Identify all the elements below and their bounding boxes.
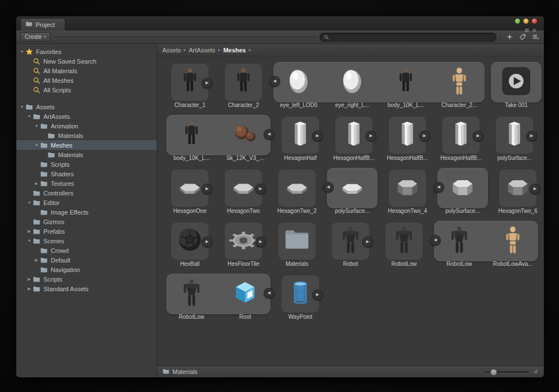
sidebar-item-animation[interactable]: ▼Animation: [16, 121, 157, 131]
asset-sk-12k-v3[interactable]: Sk_12K_V3_...: [222, 117, 268, 161]
disclosure-closed-icon[interactable]: ▶: [26, 229, 33, 234]
sidebar-item-prefabs[interactable]: ▶Prefabs: [16, 226, 157, 236]
asset-hexfloortile[interactable]: ▶HexFloorTile: [220, 222, 267, 267]
asset-hexball[interactable]: ▶HexBall: [167, 222, 213, 267]
asset-hexagontwo-6[interactable]: ▶HexagonTwo_6: [495, 170, 541, 214]
window-dot-yellow[interactable]: [523, 19, 529, 24]
search-field[interactable]: [320, 33, 496, 42]
asset-polysurface[interactable]: polySurface...: [329, 170, 375, 214]
sidebar-item-artassets[interactable]: ▼ArtAssets: [16, 112, 157, 121]
disclosure-closed-icon[interactable]: ▶: [26, 277, 33, 282]
disclosure-closed-icon[interactable]: ▶: [33, 258, 40, 262]
disclosure-open-icon[interactable]: ▼: [19, 50, 25, 54]
tab-project[interactable]: Project: [20, 18, 65, 30]
expand-arrow-button[interactable]: ▶: [526, 131, 537, 141]
expand-arrow-button[interactable]: ▶: [255, 184, 266, 194]
asset-hexagontwo-2[interactable]: HexagonTwo_2: [274, 170, 320, 214]
asset-character-2[interactable]: Character_2...: [436, 64, 482, 108]
disclosure-open-icon[interactable]: ▼: [26, 201, 33, 204]
disclosure-open-icon[interactable]: ▼: [26, 114, 33, 118]
asset-robotlow[interactable]: RobotLow: [381, 222, 427, 267]
sidebar-item-editor[interactable]: ▼Editor: [16, 198, 157, 207]
expand-arrow-button[interactable]: ▶: [202, 237, 212, 247]
disclosure-closed-icon[interactable]: ▶: [26, 287, 33, 291]
sidebar-item-standard-assets[interactable]: ▶Standard Assets: [16, 284, 157, 293]
asset-body-10k-l[interactable]: body_10K_L...: [383, 64, 429, 108]
sidebar-item-materials[interactable]: Materials: [16, 150, 157, 159]
expand-arrow-button[interactable]: ▶: [202, 184, 212, 194]
resize-grip-icon[interactable]: [533, 368, 539, 376]
asset-take-001[interactable]: Take 001: [493, 64, 539, 108]
asset-hexagonhalfb[interactable]: ▶HexagonHalfB...: [384, 117, 431, 161]
expand-arrow-button[interactable]: ▶: [312, 289, 323, 300]
asset-hexagontwo[interactable]: ▶HexagonTwo: [220, 170, 267, 214]
sidebar-item-navigation[interactable]: Navigation: [16, 265, 157, 274]
breadcrumb-meshes[interactable]: Meshes: [223, 47, 246, 54]
expand-arrow-button[interactable]: ▶: [530, 184, 540, 194]
window-dot-green[interactable]: [515, 19, 520, 24]
asset-eye-right-l[interactable]: eye_right_L...: [329, 64, 375, 108]
sidebar-item-crowd[interactable]: Crowd: [16, 246, 157, 255]
collapse-arrow-button[interactable]: ◀: [264, 288, 274, 299]
sidebar-item-meshes[interactable]: ▼Meshes: [16, 140, 157, 150]
expand-arrow-button[interactable]: ▶: [366, 131, 376, 141]
asset-hexagonone[interactable]: ▶HexagonOne: [167, 170, 213, 214]
asset-hexagonhalfb[interactable]: ▶HexagonHalfB...: [331, 117, 377, 161]
asset-hexagontwo-4[interactable]: HexagonTwo_4: [384, 170, 431, 214]
collapse-arrow-button[interactable]: ◀: [433, 182, 444, 193]
expand-arrow-button[interactable]: ▶: [312, 131, 323, 141]
collapse-arrow-button[interactable]: ◀: [269, 76, 280, 87]
sidebar-item-gizmos[interactable]: Gizmos: [16, 217, 157, 226]
asset-robot[interactable]: ▶Robot: [327, 222, 374, 267]
sidebar-item-default[interactable]: ▶Default: [16, 255, 157, 265]
disclosure-open-icon[interactable]: ▼: [33, 143, 40, 147]
sidebar-item-all-scripts[interactable]: All Scripts: [16, 85, 157, 95]
collapse-arrow-button[interactable]: ◀: [264, 129, 274, 140]
sidebar-item-all-meshes[interactable]: All Meshes: [16, 75, 157, 85]
breadcrumb-assets[interactable]: Assets: [162, 47, 181, 54]
sidebar-item-new-saved-search[interactable]: New Saved Search: [16, 56, 157, 66]
expand-arrow-button[interactable]: ▶: [202, 78, 212, 88]
sidebar-item-shaders[interactable]: Shaders: [16, 169, 157, 179]
asset-hexagonhalfb[interactable]: ▶HexagonHalfB...: [438, 117, 484, 161]
asset-eye-left-lod0[interactable]: eye_left_LOD0: [276, 64, 322, 108]
asset-character-2[interactable]: Character_2: [220, 64, 267, 108]
asset-materials[interactable]: Materials: [274, 222, 320, 267]
asset-polysurface[interactable]: ▶polySurface...: [491, 117, 538, 161]
thumbnail-zoom-slider[interactable]: [485, 371, 529, 373]
sidebar-item-scenes[interactable]: ▼Scenes: [16, 236, 157, 246]
disclosure-open-icon[interactable]: ▼: [33, 124, 40, 128]
sidebar-item-controllers[interactable]: Controllers: [16, 188, 157, 198]
asset-hexagonhalf[interactable]: ▶HexagonHalf: [277, 117, 323, 161]
asset-polysurface[interactable]: polySurface...: [440, 170, 486, 214]
search-input[interactable]: [331, 34, 493, 40]
disclosure-open-icon[interactable]: ▼: [26, 239, 33, 243]
asset-root[interactable]: Root: [222, 275, 268, 320]
disclosure-open-icon[interactable]: ▼: [19, 105, 25, 109]
list-view-icon[interactable]: [532, 25, 536, 35]
sidebar-item-textures[interactable]: ▶Textures: [16, 179, 157, 188]
expand-arrow-button[interactable]: ▶: [473, 131, 483, 141]
sidebar-item-assets[interactable]: ▼Assets: [16, 102, 157, 112]
collapse-arrow-button[interactable]: ◀: [323, 182, 334, 193]
asset-robotlow[interactable]: RobotLow: [168, 275, 215, 320]
collapse-arrow-button[interactable]: ◀: [430, 235, 441, 246]
expand-arrow-button[interactable]: ▶: [419, 131, 430, 141]
expand-arrow-button[interactable]: ▶: [255, 237, 266, 247]
asset-character-1[interactable]: ▶Character_1: [167, 64, 213, 108]
disclosure-closed-icon[interactable]: ▶: [33, 181, 40, 186]
sidebar-item-materials[interactable]: Materials: [16, 131, 157, 140]
sidebar-item-favorites[interactable]: ▼Favorites: [16, 47, 157, 56]
asset-waypoint[interactable]: ▶WayPoint: [277, 275, 323, 320]
asset-robotlow[interactable]: RobotLow: [436, 222, 482, 267]
sidebar-item-scripts[interactable]: ▶Scripts: [16, 274, 157, 284]
grid-view-icon[interactable]: [525, 25, 529, 35]
sidebar-item-all-materials[interactable]: All Materials: [16, 66, 157, 75]
sidebar-item-scripts[interactable]: Scripts: [16, 159, 157, 169]
asset-robotlowava[interactable]: RobotLowAva...: [490, 222, 536, 267]
create-button[interactable]: Create ▾: [20, 32, 51, 42]
slider-thumb[interactable]: [490, 369, 497, 376]
expand-arrow-button[interactable]: ▶: [362, 237, 373, 247]
sidebar-item-image-effects[interactable]: Image Effects: [16, 207, 157, 217]
asset-body-10k-l[interactable]: body_10K_L...: [168, 117, 215, 161]
